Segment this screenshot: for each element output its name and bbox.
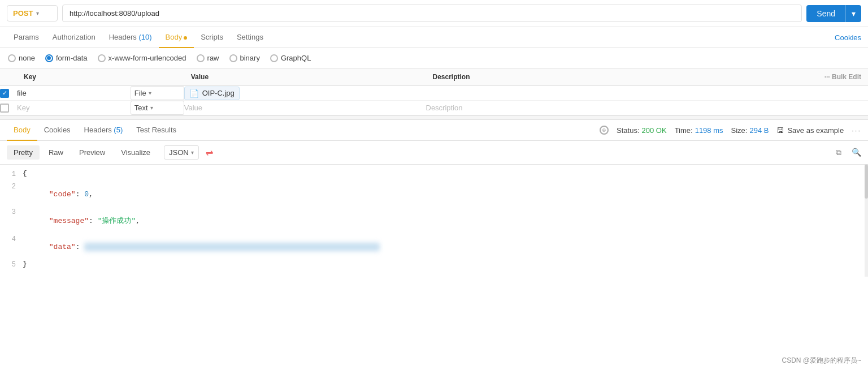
- line-content-3: "message": "操作成功",: [23, 207, 868, 234]
- body-type-row: none form-data x-www-form-urlencoded raw…: [0, 48, 868, 68]
- format-tab-pretty[interactable]: Pretty: [7, 145, 40, 160]
- size-label: Size:: [731, 126, 748, 135]
- response-tab-body[interactable]: Body: [7, 120, 37, 141]
- th-bulk-edit[interactable]: ··· Bulk Edit: [648, 68, 868, 86]
- line-content-2: "code": 0,: [23, 182, 868, 207]
- row1-type-label: File: [134, 89, 146, 97]
- response-tab-cookies[interactable]: Cookies: [37, 120, 77, 141]
- line-content-4: "data": ■■■■■■■■■■■■■■■■■■■■■■■■■■■■■■■■…: [23, 234, 868, 260]
- radio-form-data-circle: [45, 54, 53, 62]
- radio-binary-label: binary: [240, 54, 260, 62]
- row1-filename: OIP-C.jpg: [202, 89, 235, 97]
- row2-key-cell[interactable]: Key: [17, 101, 131, 115]
- method-chevron-icon: ▾: [36, 10, 39, 16]
- cookies-link[interactable]: Cookies: [835, 33, 861, 42]
- time-item: Time: 1198 ms: [675, 126, 723, 135]
- row1-key-cell[interactable]: file: [17, 86, 131, 101]
- row1-checkbox-cell[interactable]: [0, 86, 17, 101]
- size-item: Size: 294 B: [731, 126, 769, 135]
- row1-type-select[interactable]: File ▾: [131, 86, 184, 100]
- row1-key-value: file: [17, 89, 27, 97]
- vertical-scrollbar[interactable]: [865, 165, 868, 277]
- more-options-icon[interactable]: ···: [852, 126, 861, 135]
- row1-checkbox[interactable]: [0, 89, 9, 98]
- code-val-data-blurred: ■■■■■■■■■■■■■■■■■■■■■■■■■■■■■■■■■■■■■■■■…: [84, 243, 380, 251]
- th-description: Description: [426, 68, 648, 86]
- top-bar: POST ▾ Send ▾: [0, 0, 868, 27]
- code-line-2: 2 "code": 0,: [0, 182, 868, 207]
- radio-urlencoded-circle: [98, 54, 106, 62]
- wrap-icon[interactable]: ⇌: [206, 147, 213, 158]
- radio-raw[interactable]: raw: [197, 54, 219, 62]
- th-value: Value: [184, 68, 426, 86]
- radio-none-circle: [8, 54, 16, 62]
- row2-value-cell[interactable]: Value: [184, 101, 426, 115]
- radio-none[interactable]: none: [8, 54, 35, 62]
- format-tab-visualize[interactable]: Visualize: [114, 145, 157, 160]
- line-num-3: 3: [0, 207, 23, 216]
- radio-urlencoded-label: x-www-form-urlencoded: [108, 54, 186, 62]
- row2-type-select[interactable]: Text ▾: [131, 101, 184, 115]
- headers-badge: (10): [138, 33, 151, 41]
- code-key-code: "code": [49, 190, 76, 199]
- method-select[interactable]: POST ▾: [7, 5, 58, 21]
- format-type-select[interactable]: JSON ▾: [164, 145, 199, 160]
- save-example-button[interactable]: 🖫 Save as example: [776, 126, 844, 135]
- row2-type-cell[interactable]: Text ▾: [131, 101, 184, 115]
- radio-raw-label: raw: [207, 54, 219, 62]
- radio-graphql[interactable]: GraphQL: [270, 54, 311, 62]
- table-row: Key Text ▾ Value Description: [0, 101, 868, 115]
- row1-desc-cell[interactable]: [426, 86, 648, 101]
- row2-value-placeholder: Value: [184, 104, 202, 112]
- response-meta: ⊕ Status: 200 OK Time: 1198 ms Size: 294…: [600, 126, 861, 135]
- method-label: POST: [13, 9, 33, 18]
- file-icon: 📄: [189, 89, 199, 98]
- copy-icon[interactable]: ⧉: [836, 148, 841, 157]
- send-arrow-icon[interactable]: ▾: [845, 5, 861, 22]
- row2-type-label: Text: [134, 104, 148, 112]
- row2-type-chevron-icon: ▾: [150, 105, 153, 111]
- globe-icon: ⊕: [600, 126, 609, 135]
- radio-form-data[interactable]: form-data: [45, 54, 88, 62]
- row1-type-cell[interactable]: File ▾: [131, 86, 184, 101]
- send-button[interactable]: Send ▾: [806, 5, 861, 22]
- response-tab-test-results[interactable]: Test Results: [129, 120, 183, 141]
- tab-body[interactable]: Body: [159, 27, 194, 48]
- tab-settings[interactable]: Settings: [230, 27, 270, 48]
- scrollbar-thumb[interactable]: [865, 165, 868, 199]
- response-tab-headers[interactable]: Headers (5): [77, 120, 130, 141]
- th-key: Key: [17, 68, 131, 86]
- code-line-5: 5 }: [0, 260, 868, 272]
- code-line-1: 1 {: [0, 169, 868, 182]
- row2-desc-cell[interactable]: Description: [426, 101, 648, 115]
- status-label: Status:: [617, 126, 639, 135]
- code-key-data: "data": [49, 243, 76, 251]
- time-value: 1198 ms: [695, 126, 723, 135]
- code-line-4: 4 "data": ■■■■■■■■■■■■■■■■■■■■■■■■■■■■■■…: [0, 234, 868, 260]
- tab-scripts[interactable]: Scripts: [194, 27, 230, 48]
- form-data-table: Key Value Description ··· Bulk Edit file: [0, 68, 868, 115]
- search-icon[interactable]: 🔍: [852, 148, 861, 157]
- tab-headers[interactable]: Headers (10): [102, 27, 159, 48]
- form-data-table-wrapper: Key Value Description ··· Bulk Edit file: [0, 68, 868, 115]
- format-tab-raw[interactable]: Raw: [42, 145, 70, 160]
- code-val-message: "操作成功": [98, 217, 136, 225]
- status-item: Status: 200 OK: [617, 126, 667, 135]
- code-area: 1 { 2 "code": 0, 3 "message": "操作成功", 4 …: [0, 165, 868, 277]
- tab-params[interactable]: Params: [7, 27, 46, 48]
- tab-authorization[interactable]: Authorization: [46, 27, 102, 48]
- row2-checkbox[interactable]: [0, 104, 9, 113]
- row1-file-badge: 📄 OIP-C.jpg: [184, 87, 240, 100]
- row1-value-cell[interactable]: 📄 OIP-C.jpg: [184, 86, 426, 101]
- format-tab-preview[interactable]: Preview: [72, 145, 112, 160]
- section-divider: [0, 115, 868, 120]
- radio-none-label: none: [19, 54, 35, 62]
- radio-binary[interactable]: binary: [229, 54, 260, 62]
- size-value: 294 B: [749, 126, 769, 135]
- save-example-label: Save as example: [787, 126, 844, 135]
- radio-urlencoded[interactable]: x-www-form-urlencoded: [98, 54, 186, 62]
- response-headers-badge: (5): [114, 126, 123, 134]
- row2-checkbox-cell[interactable]: [0, 101, 17, 115]
- url-input[interactable]: [62, 5, 802, 22]
- code-key-message: "message": [49, 217, 89, 225]
